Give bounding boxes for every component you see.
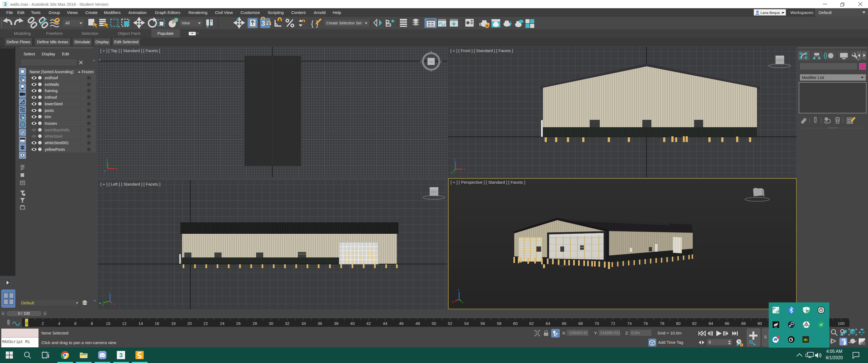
svg-text:z: z <box>458 288 459 291</box>
svg-text:Top: Top <box>430 61 433 63</box>
svg-text:FRONT: FRONT <box>776 60 783 61</box>
svg-text:y: y <box>102 303 104 306</box>
svg-text:z: z <box>108 290 110 294</box>
svg-text:y: y <box>451 171 453 174</box>
svg-text:W: W <box>420 60 422 63</box>
svg-text:y: y <box>106 158 108 161</box>
svg-text:E: E <box>440 60 442 63</box>
svg-text:3: 3 <box>119 352 123 359</box>
svg-text:y: y <box>462 301 463 303</box>
svg-text:S: S <box>430 70 432 72</box>
svg-text:N: N <box>430 51 432 53</box>
svg-text:3: 3 <box>261 20 265 27</box>
svg-text:x: x <box>452 300 454 303</box>
svg-text:3: 3 <box>4 2 6 7</box>
svg-text:x: x <box>464 167 465 171</box>
svg-text:LEFT: LEFT <box>431 191 436 193</box>
svg-text:z: z <box>454 158 456 162</box>
svg-text:{: { <box>311 19 313 28</box>
svg-text:z: z <box>104 169 105 172</box>
svg-text:x: x <box>113 302 115 306</box>
svg-text:x: x <box>116 167 118 170</box>
